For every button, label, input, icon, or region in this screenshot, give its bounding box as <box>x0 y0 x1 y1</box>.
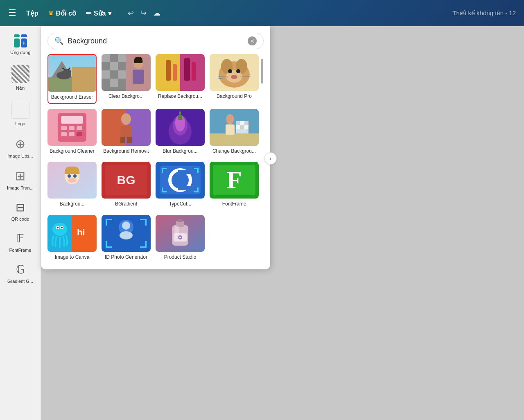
cloud-button[interactable]: ☁ <box>153 9 160 18</box>
svg-rect-12 <box>118 62 126 70</box>
list-item-bg-cleaner[interactable]: Background Cleaner <box>47 109 97 157</box>
list-item-bg-eraser[interactable]: Background Eraser <box>47 54 97 104</box>
svg-rect-24 <box>166 60 171 81</box>
sidebar-qr-label: QR code <box>11 217 29 222</box>
list-item-bg-pro[interactable]: Background Pro <box>210 54 259 104</box>
svg-point-74 <box>73 174 77 178</box>
sidebar-item-fontframe[interactable]: 𝔽 FontFrame <box>2 228 39 256</box>
svg-rect-114 <box>145 241 147 248</box>
list-item-id-photo[interactable]: ID Photo Generator <box>102 215 151 263</box>
scroll-thumb[interactable] <box>261 59 263 84</box>
svg-rect-89 <box>162 187 163 192</box>
svg-point-106 <box>120 231 133 239</box>
change-bg-thumb <box>210 109 259 146</box>
bgradient-thumb: BG <box>102 162 151 199</box>
sidebar-logo-label: Logo <box>15 121 25 126</box>
svg-text:hi: hi <box>77 227 85 237</box>
list-item-product-studio[interactable]: Product Studio <box>156 215 205 263</box>
search-clear-button[interactable]: ✕ <box>248 36 257 45</box>
svg-rect-118 <box>178 219 183 222</box>
list-item-img-canva[interactable]: hi Image to Canva <box>47 215 97 263</box>
replace-bg-label: Replace Backgrou... <box>156 91 204 102</box>
list-item-bgradient[interactable]: BG BGradient <box>102 162 151 210</box>
list-item-blur-bg[interactable]: Blur Backgrou... <box>156 109 205 157</box>
sidebar-apps-label: Ứng dụng <box>10 50 31 55</box>
typecut-label: TypeCut... <box>167 199 193 210</box>
topbar: ☰ Tệp ♛ Đổi cỡ ✏ Sửa ▾ ↩ ↪ ☁ Thiết kế kh… <box>0 0 524 26</box>
blur-bg-label: Blur Backgrou... <box>161 146 199 157</box>
svg-rect-25 <box>173 64 177 81</box>
sidebar-trans-label: Image Tran... <box>7 185 34 191</box>
svg-rect-7 <box>102 54 110 62</box>
svg-rect-1 <box>47 77 72 92</box>
nen-icon <box>11 65 29 83</box>
qr-icon: ⊟ <box>16 201 25 214</box>
sidebar-item-image-trans[interactable]: ⊞ Image Tran... <box>2 165 39 194</box>
svg-rect-27 <box>192 62 196 81</box>
svg-rect-46 <box>69 132 75 136</box>
undo-button[interactable]: ↩ <box>128 9 134 18</box>
list-item-clear-bg[interactable]: Clear Backgro... <box>102 54 151 104</box>
image-trans-icon: ⊞ <box>15 169 25 183</box>
svg-rect-2 <box>72 67 97 92</box>
replace-bg-thumb <box>156 54 205 91</box>
apps-icon: + <box>14 34 27 47</box>
svg-rect-21 <box>133 70 144 84</box>
svg-rect-110 <box>145 219 147 226</box>
bg-pro-label: Background Pro <box>215 91 253 102</box>
design-title: Thiết kế không tên - 12 <box>452 9 516 17</box>
svg-rect-67 <box>244 121 248 125</box>
sidebar-item-apps[interactable]: + Ứng dụng <box>2 31 39 59</box>
id-photo-thumb <box>102 215 151 252</box>
svg-rect-85 <box>162 168 163 173</box>
sidebar-item-gradient[interactable]: 𝔾 Gradient G... <box>2 260 39 287</box>
svg-rect-26 <box>184 58 190 81</box>
bg-eraser-thumb <box>47 55 97 92</box>
svg-rect-9 <box>118 54 126 62</box>
upgrade-button[interactable]: ♛ Đổi cỡ <box>48 9 76 17</box>
svg-point-97 <box>52 223 67 236</box>
list-item-fontframe2[interactable]: F FontFrame <box>210 162 259 210</box>
file-button[interactable]: Tệp <box>26 9 38 17</box>
clear-bg-label: Clear Backgro... <box>107 91 145 102</box>
clear-bg-thumb <box>102 54 151 91</box>
list-item-replace-bg[interactable]: Replace Backgrou... <box>156 54 205 104</box>
edit-pencil-icon: ✏ <box>86 9 91 17</box>
edit-button[interactable]: ✏ Sửa ▾ <box>86 9 112 17</box>
fontframe-icon: 𝔽 <box>16 232 24 245</box>
id-photo-label: ID Photo Generator <box>103 252 149 263</box>
product-studio-thumb <box>156 215 205 252</box>
sidebar-item-qrcode[interactable]: ⊟ QR code <box>2 197 39 225</box>
topbar-left: ☰ Tệp ♛ Đổi cỡ ✏ Sửa ▾ <box>8 8 111 18</box>
svg-rect-45 <box>61 132 67 136</box>
svg-rect-82 <box>178 170 190 174</box>
search-input[interactable] <box>68 37 244 45</box>
sidebar-item-logo[interactable]: Logo <box>2 97 39 130</box>
svg-point-101 <box>61 227 63 228</box>
list-item-typecut[interactable]: TypeCut... <box>156 162 205 210</box>
bg-removit-label: Background Removit <box>102 146 150 157</box>
search-bar: 🔍 ✕ <box>47 33 264 49</box>
redo-button[interactable]: ↪ <box>140 9 147 18</box>
scrollbar[interactable] <box>260 54 264 263</box>
sidebar-item-nen[interactable]: Nền <box>2 62 39 94</box>
svg-rect-108 <box>106 219 107 226</box>
svg-rect-87 <box>197 168 199 173</box>
svg-rect-66 <box>240 121 244 125</box>
search-icon: 🔍 <box>54 36 63 45</box>
collapse-panel-button[interactable]: ‹ <box>264 152 277 165</box>
svg-rect-16 <box>102 79 110 87</box>
svg-point-75 <box>68 178 76 183</box>
app-grid: Background Eraser <box>47 54 260 263</box>
list-item-bground[interactable]: Backgrou... <box>47 162 97 210</box>
list-item-change-bg[interactable]: Change Backgrou... <box>210 109 259 157</box>
sidebar-item-image-upscale[interactable]: ⊕ Image Ups... <box>2 133 39 162</box>
bg-pro-thumb <box>210 54 259 91</box>
menu-icon[interactable]: ☰ <box>8 8 16 18</box>
svg-point-100 <box>57 227 59 228</box>
list-item-bg-removit[interactable]: Background Removit <box>102 109 151 157</box>
bg-cleaner-thumb <box>47 109 97 146</box>
svg-rect-69 <box>240 125 244 129</box>
svg-text:BG: BG <box>117 173 136 187</box>
svg-rect-83 <box>178 186 190 190</box>
